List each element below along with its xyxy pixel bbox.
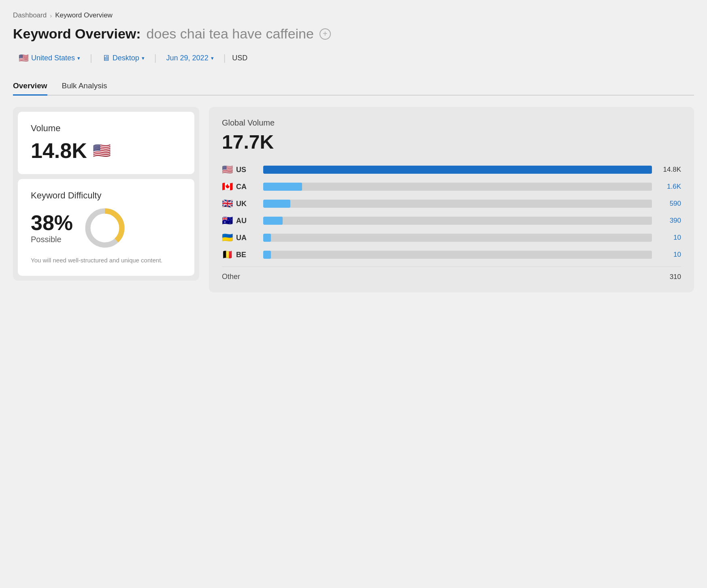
bar-fill-us <box>263 166 652 174</box>
global-volume-label: Global Volume <box>222 118 681 128</box>
bar-value-au: 390 <box>657 217 681 225</box>
filter-divider-3: | <box>224 53 226 63</box>
volume-value-row: 14.8K 🇺🇸 <box>31 138 181 163</box>
global-volume-value: 17.7K <box>222 131 681 153</box>
kd-status: Possible <box>31 235 73 244</box>
breadcrumb: Dashboard › Keyword Overview <box>13 11 694 19</box>
country-cell-us: 🇺🇸 US <box>222 164 258 175</box>
tab-bulk-analysis[interactable]: Bulk Analysis <box>62 77 107 96</box>
flag-be: 🇧🇪 <box>222 249 233 260</box>
bar-track-us <box>263 166 652 174</box>
add-keyword-icon[interactable]: + <box>319 28 331 40</box>
bar-value-ca: 1.6K <box>657 183 681 191</box>
bar-row-au: 🇦🇺 AU 390 <box>222 215 681 226</box>
currency-label: USD <box>230 51 250 66</box>
device-icon: 🖥 <box>102 53 110 63</box>
bar-value-be: 10 <box>657 251 681 259</box>
bar-row-us: 🇺🇸 US 14.8K <box>222 164 681 175</box>
bar-track-ua <box>263 234 652 242</box>
tab-overview[interactable]: Overview <box>13 77 47 96</box>
bar-row-be: 🇧🇪 BE 10 <box>222 249 681 260</box>
left-column: Volume 14.8K 🇺🇸 Keyword Difficulty 38% P… <box>13 107 199 281</box>
flag-au: 🇦🇺 <box>222 215 233 226</box>
country-bars: 🇺🇸 US 14.8K 🇨🇦 CA 1.6K <box>222 164 681 281</box>
page-title: Keyword Overview: does chai tea have caf… <box>13 26 694 42</box>
code-be: BE <box>236 251 246 259</box>
country-chevron: ▾ <box>77 55 80 61</box>
country-cell-ua: 🇺🇦 UA <box>222 232 258 243</box>
bar-row-uk: 🇬🇧 UK 590 <box>222 198 681 209</box>
tabs-bar: Overview Bulk Analysis <box>13 77 694 96</box>
volume-flag: 🇺🇸 <box>93 142 111 159</box>
code-au: AU <box>236 217 247 225</box>
kd-note: You will need well-structured and unique… <box>31 256 181 264</box>
main-content: Volume 14.8K 🇺🇸 Keyword Difficulty 38% P… <box>13 107 694 292</box>
flag-us: 🇺🇸 <box>222 164 233 175</box>
kd-donut-chart <box>83 206 127 250</box>
page-title-prefix: Keyword Overview: <box>13 26 141 42</box>
volume-number: 14.8K <box>31 138 87 163</box>
breadcrumb-separator: › <box>50 12 52 19</box>
bar-fill-au <box>263 217 283 225</box>
donut-svg <box>83 206 127 250</box>
right-column: Global Volume 17.7K 🇺🇸 US 14.8K 🇨🇦 CA <box>209 107 694 292</box>
country-cell-ca: 🇨🇦 CA <box>222 181 258 192</box>
bar-value-uk: 590 <box>657 200 681 208</box>
device-filter-button[interactable]: 🖥 Desktop ▾ <box>96 50 150 66</box>
bar-fill-ca <box>263 183 302 191</box>
flag-uk: 🇬🇧 <box>222 198 233 209</box>
date-chevron: ▾ <box>211 55 214 61</box>
page-title-keyword: does chai tea have caffeine <box>147 26 314 42</box>
country-cell-uk: 🇬🇧 UK <box>222 198 258 209</box>
breadcrumb-home[interactable]: Dashboard <box>13 11 47 19</box>
country-flag: 🇺🇸 <box>19 53 29 63</box>
device-chevron: ▾ <box>142 55 145 61</box>
flag-ua: 🇺🇦 <box>222 232 233 243</box>
other-value: 310 <box>657 273 681 281</box>
country-label: United States <box>31 54 75 62</box>
kd-row: 38% Possible <box>31 206 181 250</box>
other-label: Other <box>222 273 258 281</box>
code-ua: UA <box>236 234 247 242</box>
device-label: Desktop <box>113 54 139 62</box>
code-uk: UK <box>236 200 247 208</box>
keyword-difficulty-card: Keyword Difficulty 38% Possible <box>18 179 194 276</box>
kd-label: Keyword Difficulty <box>31 190 181 201</box>
bar-track-au <box>263 217 652 225</box>
filters-bar: 🇺🇸 United States ▾ | 🖥 Desktop ▾ | Jun 2… <box>13 50 694 66</box>
bar-track-be <box>263 251 652 259</box>
country-cell-be: 🇧🇪 BE <box>222 249 258 260</box>
bar-value-ua: 10 <box>657 234 681 242</box>
kd-left: 38% Possible <box>31 212 73 244</box>
volume-card: Volume 14.8K 🇺🇸 <box>18 112 194 174</box>
other-row: Other 310 <box>222 266 681 281</box>
code-ca: CA <box>236 183 247 191</box>
filter-divider-1: | <box>90 53 92 63</box>
bar-row-ua: 🇺🇦 UA 10 <box>222 232 681 243</box>
bar-fill-uk <box>263 200 290 208</box>
country-filter-button[interactable]: 🇺🇸 United States ▾ <box>13 50 86 66</box>
bar-fill-ua <box>263 234 271 242</box>
bar-row-ca: 🇨🇦 CA 1.6K <box>222 181 681 192</box>
flag-ca: 🇨🇦 <box>222 181 233 192</box>
code-us: US <box>236 166 246 174</box>
volume-label: Volume <box>31 123 181 134</box>
filter-divider-2: | <box>154 53 157 63</box>
kd-percent: 38% <box>31 212 73 233</box>
country-cell-au: 🇦🇺 AU <box>222 215 258 226</box>
bar-track-uk <box>263 200 652 208</box>
bar-value-us: 14.8K <box>657 166 681 174</box>
breadcrumb-current: Keyword Overview <box>55 11 113 19</box>
date-filter-button[interactable]: Jun 29, 2022 ▾ <box>161 51 219 66</box>
date-label: Jun 29, 2022 <box>166 54 209 62</box>
bar-track-ca <box>263 183 652 191</box>
bar-fill-be <box>263 251 271 259</box>
